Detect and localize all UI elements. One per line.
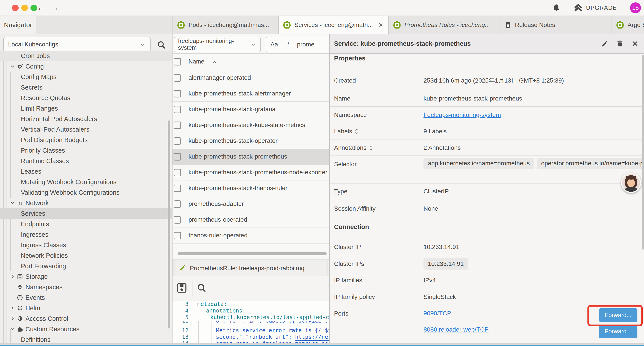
service-row[interactable]: kube-prometheus-stack-grafana [172,102,330,117]
sidebar-item-events[interactable]: Events [0,292,172,303]
sidebar-search-icon[interactable] [156,40,166,50]
service-row[interactable]: kube-prometheus-stack-operator [172,133,330,149]
save-icon[interactable] [176,282,188,295]
sidebar-item-ingress-classes[interactable]: Ingress Classes [0,240,172,250]
minimize-window-button[interactable] [21,4,28,11]
sidebar-item-network-policies[interactable]: Network Policies [0,250,172,261]
detail-panel-scrollbar[interactable] [642,55,644,250]
chevron-down-icon[interactable] [10,63,15,69]
editor-line[interactable]: 110","for":"1m","labels":{"service":" [172,321,330,326]
sidebar-item-pod-disruption-budgets[interactable]: Pod Disruption Budgets [0,135,172,145]
table-filter-input[interactable]: Aa .* prome [266,37,330,52]
service-row[interactable]: kube-prometheus-stack-prometheus-node-ex… [172,165,330,180]
service-row[interactable]: kube-prometheus-stack-kube-state-metrics [172,117,330,133]
sidebar-item-storage[interactable]: Storage [0,271,172,282]
sidebar-item-secrets[interactable]: Secrets [0,82,172,93]
notification-badge[interactable]: 15 [630,2,641,13]
row-checkbox[interactable] [174,137,181,145]
back-arrow-icon[interactable]: ← [37,2,46,13]
editor-line[interactable]: 5kubectl.kubernetes.io/last-applied-con [172,314,330,321]
chevron-down-icon[interactable] [10,200,15,206]
select-all-checkbox[interactable] [174,58,181,65]
window-tab-argo[interactable]: Argo Se [612,16,644,34]
sidebar-item-custom-resources[interactable]: Custom Resources [0,324,172,335]
close-icon[interactable] [631,40,639,47]
window-tab-release[interactable]: Release Notes [500,16,612,34]
service-row[interactable]: kube-prometheus-stack-thanos-ruler [172,180,330,196]
sidebar-item-helm[interactable]: Helm [0,303,172,313]
close-window-button[interactable] [12,4,19,11]
sidebar-item-vertical-pod-autoscalers[interactable]: Vertical Pod Autoscalers [0,124,172,135]
editor-line[interactable]: 3metadata: [172,301,330,308]
namespace-link[interactable]: freeleaps-monitoring-system [424,111,501,118]
sidebar-item-leases[interactable]: Leases [0,166,172,177]
sidebar-item-validating-webhook-configurations[interactable]: Validating Webhook Configurations [0,187,172,198]
row-checkbox[interactable] [174,185,181,192]
sidebar-item-ingresses[interactable]: Ingresses [0,229,172,240]
row-checkbox[interactable] [174,169,181,176]
sort-toggle-icon[interactable] [369,145,374,151]
sidebar-item-services[interactable]: Services [0,208,172,219]
row-checkbox[interactable] [174,216,181,224]
trash-icon[interactable] [616,40,624,47]
row-checkbox[interactable] [174,122,181,129]
editor-tab-prometheusrule[interactable]: PrometheusRule: freeleaps-prod-rabbitmq [175,260,326,277]
sidebar-scrollbar[interactable] [168,120,170,329]
sidebar-item-horizontal-pod-autoscalers[interactable]: Horizontal Pod Autoscalers [0,114,172,124]
service-row[interactable]: thanos-ruler-operated [172,228,330,244]
avatar[interactable] [621,173,641,193]
table-horizontal-scrollbar[interactable] [178,252,326,255]
search-icon[interactable] [196,283,207,294]
sidebar-item-config[interactable]: Config [0,61,172,72]
upgrade-label[interactable]: UPGRADE [586,4,617,11]
editor-line[interactable]: 4annotations: [172,308,330,314]
match-case-toggle[interactable]: Aa [270,41,278,48]
service-row[interactable]: prometheus-operated [172,212,330,228]
row-checkbox[interactable] [174,153,181,161]
bell-icon[interactable] [552,3,561,12]
sidebar-item-limit-ranges[interactable]: Limit Ranges [0,103,172,114]
kubeconfig-selector[interactable]: Local Kubeconfigs [3,37,150,52]
name-column-header[interactable]: Name [188,58,204,65]
editor-line[interactable]: 13second.","runbook_url":"https://net [172,334,330,340]
namespace-filter-dropdown[interactable]: freeleaps-monitoring-system [174,37,261,52]
window-tab-prometheus[interactable]: Prometheus Rules - icecheng... [388,16,500,34]
yaml-editor[interactable]: 3metadata:4annotations:5kubectl.kubernet… [172,301,330,346]
chevron-right-icon[interactable] [10,316,15,322]
sidebar-item-resource-quotas[interactable]: Resource Quotas [0,93,172,103]
regex-toggle[interactable]: .* [286,41,290,48]
window-tab-pods[interactable]: Pods - icecheng@mathmas... [172,16,278,34]
sidebar-item-runtime-classes[interactable]: Runtime Classes [0,156,172,166]
row-checkbox[interactable] [174,90,181,97]
code-link[interactable]: https://net [295,334,330,341]
editor-line[interactable]: 12Metrics service error rate is {{ $va [172,327,330,334]
window-tab-services[interactable]: Services - icecheng@math... [278,16,388,34]
sidebar-item-endpoints[interactable]: Endpoints [0,219,172,229]
service-row[interactable]: kube-prometheus-stack-prometheus [172,149,330,165]
sidebar-item-access-control[interactable]: Access Control [0,313,172,324]
sort-toggle-icon[interactable] [354,128,359,134]
sidebar-item-priority-classes[interactable]: Priority Classes [0,145,172,156]
chevron-down-icon[interactable] [10,326,15,332]
sidebar-item-mutating-webhook-configurations[interactable]: Mutating Webhook Configurations [0,177,172,187]
port-link[interactable]: 9090/TCP [424,310,451,317]
service-row[interactable]: kube-prometheus-stack-alertmanager [172,86,330,102]
service-row[interactable]: alertmanager-operated [172,70,330,86]
row-checkbox[interactable] [174,232,181,239]
service-row[interactable]: prometheus-adapter [172,196,330,212]
sidebar-item-cron-jobs[interactable]: Cron Jobs [0,50,172,61]
edit-icon[interactable] [600,40,608,47]
sidebar-item-config-maps[interactable]: Config Maps [0,72,172,82]
maximize-window-button[interactable] [30,4,37,11]
row-checkbox[interactable] [174,74,181,82]
sort-ascending-icon[interactable] [212,60,217,65]
chevron-right-icon[interactable] [10,274,15,280]
chevron-right-icon[interactable] [10,305,15,311]
sidebar-item-network[interactable]: ↑↓Network [0,198,172,208]
sidebar-item-namespaces[interactable]: Namespaces [0,282,172,292]
port-link[interactable]: 8080:reloader-web/TCP [424,326,488,333]
row-checkbox[interactable] [174,200,181,208]
close-icon[interactable] [378,22,384,28]
row-checkbox[interactable] [174,106,181,113]
forward-arrow-icon[interactable]: → [50,2,59,13]
